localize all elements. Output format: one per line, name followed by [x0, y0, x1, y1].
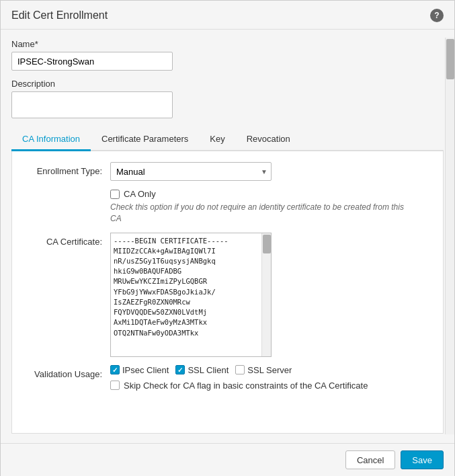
validation-usage-value: IPsec Client SSL Client SSL Server	[110, 365, 432, 393]
name-group: Name*	[11, 39, 444, 71]
ca-only-label: CA Only	[124, 189, 156, 199]
dialog-scrollbar[interactable]	[445, 38, 454, 434]
ipsec-client-item: IPsec Client	[110, 365, 169, 375]
help-icon[interactable]: ?	[430, 9, 444, 22]
ca-only-hint: Check this option if you do not require …	[110, 202, 406, 225]
ca-only-value: CA Only Check this option if you do not …	[110, 189, 432, 225]
ca-information-content: Enrollment Type: Manual SCEP EST ▼	[11, 151, 444, 434]
skip-check-label: Skip Check for CA flag in basic constrai…	[124, 381, 368, 391]
edit-cert-enrollment-dialog: Edit Cert Enrollment ? Name* Description…	[0, 0, 455, 476]
ca-only-row: CA Only Check this option if you do not …	[23, 189, 432, 225]
tab-revocation[interactable]: Revocation	[236, 128, 301, 151]
ca-certificate-value: -----BEGIN CERTIFICATE----- MIIDZzCCAk+g…	[110, 233, 432, 357]
tab-key[interactable]: Key	[199, 128, 235, 151]
cert-container: -----BEGIN CERTIFICATE----- MIIDZzCCAk+g…	[110, 233, 272, 357]
ipsec-client-label: IPsec Client	[122, 365, 169, 375]
tabs-bar: CA Information Certificate Parameters Ke…	[11, 128, 444, 151]
ssl-server-checkbox[interactable]	[235, 365, 245, 374]
name-label: Name*	[11, 39, 444, 49]
ssl-server-item: SSL Server	[235, 365, 292, 375]
dialog-scrollbar-thumb[interactable]	[446, 39, 454, 79]
description-group: Description	[11, 79, 444, 120]
tab-ca-information[interactable]: CA Information	[11, 128, 91, 151]
enrollment-type-label: Enrollment Type:	[23, 162, 110, 176]
tab-certificate-parameters[interactable]: Certificate Parameters	[91, 128, 199, 151]
ssl-client-item: SSL Client	[175, 365, 229, 375]
dialog-body: Name* Description CA Information Certifi…	[1, 30, 454, 443]
validation-usage-row: Validation Usage: IPsec Client SSL Clien…	[23, 365, 432, 393]
ssl-client-label: SSL Client	[188, 365, 229, 375]
ca-certificate-row: CA Certificate: -----BEGIN CERTIFICATE--…	[23, 233, 432, 357]
dialog-header: Edit Cert Enrollment ?	[1, 1, 454, 30]
skip-check-checkbox[interactable]	[110, 381, 120, 390]
cancel-button[interactable]: Cancel	[345, 450, 395, 469]
cert-scrollbar-thumb[interactable]	[263, 235, 271, 253]
enrollment-type-dropdown-wrapper: Manual SCEP EST ▼	[110, 162, 272, 181]
save-button[interactable]: Save	[401, 450, 444, 469]
enrollment-type-value: Manual SCEP EST ▼	[110, 162, 432, 181]
name-input[interactable]	[11, 52, 173, 71]
cert-scrollbar[interactable]	[261, 233, 271, 356]
description-input[interactable]	[11, 91, 173, 118]
ca-certificate-label: CA Certificate:	[23, 233, 110, 247]
dialog-footer: Cancel Save	[1, 443, 454, 476]
ssl-server-label: SSL Server	[247, 365, 292, 375]
enrollment-type-select[interactable]: Manual SCEP EST	[110, 162, 272, 181]
dialog-title: Edit Cert Enrollment	[11, 9, 108, 22]
enrollment-type-row: Enrollment Type: Manual SCEP EST ▼	[23, 162, 432, 181]
ca-only-checkbox[interactable]	[110, 190, 120, 199]
ssl-client-checkbox[interactable]	[175, 365, 185, 374]
ca-only-spacer	[23, 189, 110, 193]
cert-text[interactable]: -----BEGIN CERTIFICATE----- MIIDZzCCAk+g…	[111, 233, 261, 356]
ipsec-client-checkbox[interactable]	[110, 365, 120, 374]
validation-usage-label: Validation Usage:	[23, 365, 110, 379]
validation-checkboxes-row: IPsec Client SSL Client SSL Server	[110, 365, 432, 375]
skip-check-row: Skip Check for CA flag in basic constrai…	[110, 381, 432, 391]
ca-only-checkbox-row: CA Only	[110, 189, 432, 199]
description-label: Description	[11, 79, 444, 89]
